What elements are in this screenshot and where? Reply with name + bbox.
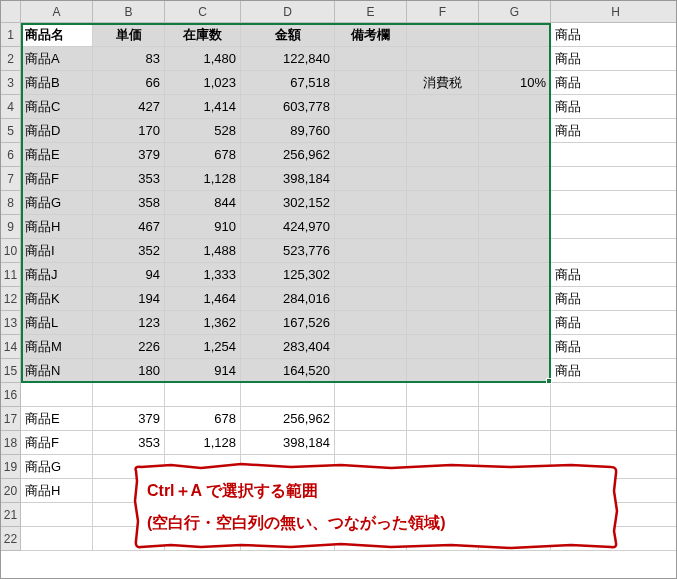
cell-A10[interactable]: 商品I bbox=[21, 239, 93, 263]
cell-B3[interactable]: 66 bbox=[93, 71, 165, 95]
cell-A12[interactable]: 商品K bbox=[21, 287, 93, 311]
cell-H5[interactable]: 商品 bbox=[551, 119, 677, 143]
col-head-G[interactable]: G bbox=[479, 1, 551, 23]
cell-A13[interactable]: 商品L bbox=[21, 311, 93, 335]
cell-A5[interactable]: 商品D bbox=[21, 119, 93, 143]
cell-E3[interactable] bbox=[335, 71, 407, 95]
cell-E2[interactable] bbox=[335, 47, 407, 71]
row-head-9[interactable]: 9 bbox=[1, 215, 21, 239]
cell-B7[interactable]: 353 bbox=[93, 167, 165, 191]
cell-B6[interactable]: 379 bbox=[93, 143, 165, 167]
cell-B8[interactable]: 358 bbox=[93, 191, 165, 215]
cell-D5[interactable]: 89,760 bbox=[241, 119, 335, 143]
cell-G8[interactable] bbox=[479, 191, 551, 215]
cell-D6[interactable]: 256,962 bbox=[241, 143, 335, 167]
cell-G13[interactable] bbox=[479, 311, 551, 335]
row-head-3[interactable]: 3 bbox=[1, 71, 21, 95]
cell-D20[interactable] bbox=[241, 479, 335, 503]
cell-B20[interactable] bbox=[93, 479, 165, 503]
cell-F12[interactable] bbox=[407, 287, 479, 311]
cell-H13[interactable]: 商品 bbox=[551, 311, 677, 335]
cell-C4[interactable]: 1,414 bbox=[165, 95, 241, 119]
cell-B19[interactable] bbox=[93, 455, 165, 479]
cell-G19[interactable] bbox=[479, 455, 551, 479]
cell-F3[interactable]: 消費税 bbox=[407, 71, 479, 95]
cell-H1[interactable]: 商品 bbox=[551, 23, 677, 47]
col-head-C[interactable]: C bbox=[165, 1, 241, 23]
cell-H21[interactable] bbox=[551, 503, 677, 527]
cell-B4[interactable]: 427 bbox=[93, 95, 165, 119]
cell-G15[interactable] bbox=[479, 359, 551, 383]
row-head-12[interactable]: 12 bbox=[1, 287, 21, 311]
cell-D12[interactable]: 284,016 bbox=[241, 287, 335, 311]
cell-B12[interactable]: 194 bbox=[93, 287, 165, 311]
cell-F5[interactable] bbox=[407, 119, 479, 143]
cell-A8[interactable]: 商品G bbox=[21, 191, 93, 215]
cell-E8[interactable] bbox=[335, 191, 407, 215]
cell-A18[interactable]: 商品F bbox=[21, 431, 93, 455]
cell-E4[interactable] bbox=[335, 95, 407, 119]
cell-C6[interactable]: 678 bbox=[165, 143, 241, 167]
cell-F13[interactable] bbox=[407, 311, 479, 335]
cell-D3[interactable]: 67,518 bbox=[241, 71, 335, 95]
cell-G4[interactable] bbox=[479, 95, 551, 119]
cell-E19[interactable] bbox=[335, 455, 407, 479]
cell-C5[interactable]: 528 bbox=[165, 119, 241, 143]
cell-A22[interactable] bbox=[21, 527, 93, 551]
cell-D22[interactable] bbox=[241, 527, 335, 551]
col-head-A[interactable]: A bbox=[21, 1, 93, 23]
cell-E16[interactable] bbox=[335, 383, 407, 407]
cell-B17[interactable]: 379 bbox=[93, 407, 165, 431]
cell-B2[interactable]: 83 bbox=[93, 47, 165, 71]
cell-A4[interactable]: 商品C bbox=[21, 95, 93, 119]
cell-F4[interactable] bbox=[407, 95, 479, 119]
cell-C8[interactable]: 844 bbox=[165, 191, 241, 215]
cell-D17[interactable]: 256,962 bbox=[241, 407, 335, 431]
cell-H20[interactable] bbox=[551, 479, 677, 503]
cell-F18[interactable] bbox=[407, 431, 479, 455]
cell-A19[interactable]: 商品G bbox=[21, 455, 93, 479]
row-head-22[interactable]: 22 bbox=[1, 527, 21, 551]
cell-E9[interactable] bbox=[335, 215, 407, 239]
cell-E10[interactable] bbox=[335, 239, 407, 263]
cell-B22[interactable] bbox=[93, 527, 165, 551]
cell-F17[interactable] bbox=[407, 407, 479, 431]
cell-H15[interactable]: 商品 bbox=[551, 359, 677, 383]
cell-G5[interactable] bbox=[479, 119, 551, 143]
cell-H22[interactable] bbox=[551, 527, 677, 551]
cell-G10[interactable] bbox=[479, 239, 551, 263]
cell-D10[interactable]: 523,776 bbox=[241, 239, 335, 263]
cell-H18[interactable] bbox=[551, 431, 677, 455]
cell-E14[interactable] bbox=[335, 335, 407, 359]
cell-A2[interactable]: 商品A bbox=[21, 47, 93, 71]
row-head-5[interactable]: 5 bbox=[1, 119, 21, 143]
cell-C3[interactable]: 1,023 bbox=[165, 71, 241, 95]
cell-D7[interactable]: 398,184 bbox=[241, 167, 335, 191]
cell-G20[interactable] bbox=[479, 479, 551, 503]
cell-B9[interactable]: 467 bbox=[93, 215, 165, 239]
cell-C20[interactable] bbox=[165, 479, 241, 503]
cell-G2[interactable] bbox=[479, 47, 551, 71]
cell-H3[interactable]: 商品 bbox=[551, 71, 677, 95]
cell-C12[interactable]: 1,464 bbox=[165, 287, 241, 311]
cell-F15[interactable] bbox=[407, 359, 479, 383]
cell-C14[interactable]: 1,254 bbox=[165, 335, 241, 359]
cell-H2[interactable]: 商品 bbox=[551, 47, 677, 71]
cell-E21[interactable] bbox=[335, 503, 407, 527]
cell-D1[interactable]: 金額 bbox=[241, 23, 335, 47]
cell-F2[interactable] bbox=[407, 47, 479, 71]
cell-C22[interactable] bbox=[165, 527, 241, 551]
row-head-4[interactable]: 4 bbox=[1, 95, 21, 119]
cell-E6[interactable] bbox=[335, 143, 407, 167]
col-head-H[interactable]: H bbox=[551, 1, 677, 23]
cell-E1[interactable]: 備考欄 bbox=[335, 23, 407, 47]
cell-B21[interactable] bbox=[93, 503, 165, 527]
cell-F9[interactable] bbox=[407, 215, 479, 239]
cell-C10[interactable]: 1,488 bbox=[165, 239, 241, 263]
cell-G11[interactable] bbox=[479, 263, 551, 287]
row-head-2[interactable]: 2 bbox=[1, 47, 21, 71]
cell-G21[interactable] bbox=[479, 503, 551, 527]
cell-C19[interactable] bbox=[165, 455, 241, 479]
cell-H17[interactable] bbox=[551, 407, 677, 431]
cell-H11[interactable]: 商品 bbox=[551, 263, 677, 287]
